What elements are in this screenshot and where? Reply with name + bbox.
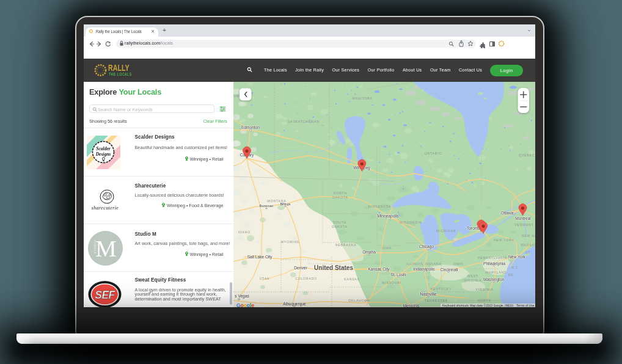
svg-text:WYOMING: WYOMING <box>280 240 299 244</box>
svg-text:Memphis: Memphis <box>403 304 419 307</box>
svg-text:VERMONT: VERMONT <box>514 223 533 227</box>
svg-text:New York: New York <box>508 255 526 259</box>
svg-text:Map data ©2023 Google, INEGI: Map data ©2023 Google, INEGI <box>470 304 513 307</box>
svg-text:N.J.: N.J. <box>511 266 518 269</box>
svg-text:MINNESOTA: MINNESOTA <box>368 205 390 208</box>
svg-text:OHIO: OHIO <box>453 262 463 266</box>
svg-text:UTAH: UTAH <box>259 277 269 280</box>
svg-text:e: e <box>251 302 254 307</box>
svg-text:Indianapolis: Indianapolis <box>413 267 435 272</box>
svg-text:SASKATCHEWAN: SASKATCHEWAN <box>288 120 320 123</box>
svg-text:KANSAS: KANSAS <box>344 277 360 281</box>
svg-text:WISCONSIN: WISCONSIN <box>399 220 422 224</box>
svg-text:Denver: Denver <box>294 266 307 270</box>
svg-text:s Vegas: s Vegas <box>235 294 249 299</box>
svg-text:Bozeman: Bozeman <box>259 204 273 208</box>
svg-text:SOUTH: SOUTH <box>333 220 346 224</box>
svg-text:Billings: Billings <box>280 202 290 206</box>
svg-text:CT: CT <box>525 250 530 254</box>
svg-text:Montreal: Montreal <box>515 216 531 220</box>
svg-text:MISSOURI: MISSOURI <box>382 281 401 285</box>
svg-text:NEW YORK: NEW YORK <box>493 238 514 242</box>
svg-text:DE: DE <box>508 273 513 277</box>
svg-text:COLORADO: COLORADO <box>295 277 317 280</box>
svg-text:SEF: SEF <box>95 289 115 301</box>
svg-text:Minneapolis: Minneapolis <box>377 214 399 219</box>
svg-text:MARYLAND: MARYLAND <box>485 271 507 274</box>
svg-text:United States: United States <box>314 264 353 271</box>
svg-text:NEW HAM: NEW HAM <box>521 234 535 238</box>
svg-text:Salt Lake City: Salt Lake City <box>247 255 272 260</box>
svg-text:Ottawa: Ottawa <box>500 211 513 215</box>
svg-text:IDAHO: IDAHO <box>238 230 250 234</box>
svg-text:MICHIGAN: MICHIGAN <box>436 229 456 233</box>
svg-text:M: M <box>95 236 116 261</box>
svg-text:KENTUCKY: KENTUCKY <box>430 287 451 291</box>
svg-text:Terms of Use: Terms of Use <box>516 304 535 307</box>
svg-text:TENNESSEE: TENNESSEE <box>424 299 447 302</box>
svg-text:UBI: UBI <box>233 94 240 98</box>
svg-text:Omaha: Omaha <box>362 250 376 254</box>
svg-text:VIRGINIA: VIRGINIA <box>464 278 481 282</box>
svg-text:MANITOBA: MANITOBA <box>352 96 372 100</box>
svg-text:VIRGINIA: VIRGINIA <box>475 288 493 291</box>
svg-text:PENNSYLVANIA: PENNSYLVANIA <box>477 256 507 260</box>
svg-text:ILLINOIS: ILLINOIS <box>406 262 423 266</box>
svg-text:sharecuterie: sharecuterie <box>91 205 119 211</box>
svg-text:Keyboard shortcuts: Keyboard shortcuts <box>442 304 469 307</box>
svg-text:INDIANA: INDIANA <box>425 262 441 266</box>
svg-text:STUDIO: STUDIO <box>93 239 97 253</box>
svg-text:St. Louis: St. Louis <box>390 272 406 277</box>
svg-text:DAKOTA: DAKOTA <box>332 225 347 228</box>
svg-text:NEBRASKA: NEBRASKA <box>335 243 356 247</box>
svg-text:Chicago: Chicago <box>419 244 434 249</box>
svg-text:Albuquerque: Albuquerque <box>283 302 306 307</box>
svg-text:IOWA: IOWA <box>381 246 392 250</box>
svg-text:ONTARIO: ONTARIO <box>424 151 442 155</box>
svg-text:OKLAHOMA: OKLAHOMA <box>348 299 370 302</box>
svg-text:Nashville: Nashville <box>420 292 436 296</box>
svg-text:NORTH: NORTH <box>477 299 491 302</box>
svg-text:Cincinnati: Cincinnati <box>440 268 458 272</box>
svg-text:MASSACH: MASSACH <box>521 243 535 247</box>
svg-text:QUEBEC: QUEBEC <box>518 153 534 157</box>
svg-text:NORTH: NORTH <box>333 191 346 195</box>
svg-text:Kansas City: Kansas City <box>368 267 390 272</box>
svg-text:Edmonton: Edmonton <box>241 125 259 129</box>
svg-text:Designs: Designs <box>95 151 111 156</box>
svg-text:Philadelphia: Philadelphia <box>483 261 505 266</box>
svg-text:Washington: Washington <box>483 277 504 282</box>
svg-text:DAKOTA: DAKOTA <box>332 195 348 199</box>
svg-text:WEST: WEST <box>467 274 478 278</box>
